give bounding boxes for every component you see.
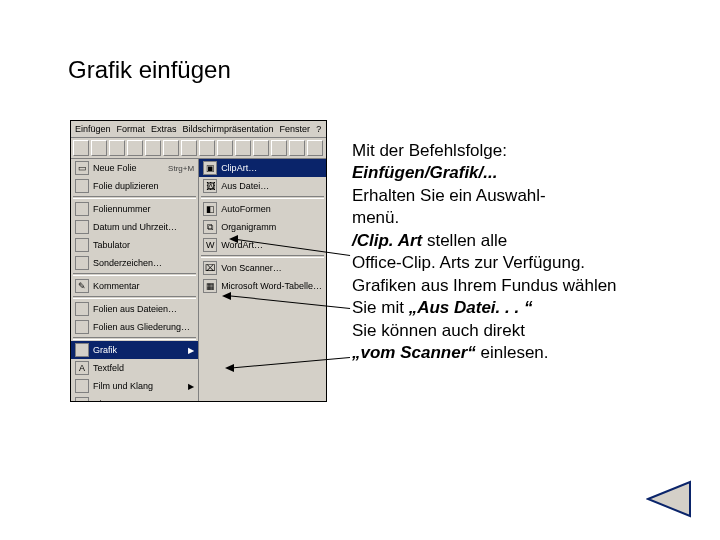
blank-icon (75, 238, 89, 252)
menubar-item: ? (316, 124, 321, 134)
arrow-left-icon (646, 480, 692, 518)
menu-item-from-files: Folien aus Dateien… (71, 300, 198, 318)
screenshot-toolbar (71, 138, 326, 159)
toolbar-button (91, 140, 107, 156)
blank-icon (75, 379, 89, 393)
arrow-left-icon (229, 235, 238, 243)
menubar-item: Fenster (280, 124, 311, 134)
body-line: /Clip. Art stellen alle (352, 230, 702, 252)
wordart-icon: W (203, 238, 217, 252)
body-line: menü. (352, 207, 702, 229)
fromfile-icon: 🖼 (203, 179, 217, 193)
toolbar-button (109, 140, 125, 156)
body-line: Mit der Befehlsfolge: (352, 140, 702, 162)
body-line: „vom Scanner“ einlesen. (352, 342, 702, 364)
blank-icon (75, 202, 89, 216)
clipart-icon: ▣ (203, 161, 217, 175)
toolbar-button (127, 140, 143, 156)
body-text: Mit der Befehlsfolge: Einfügen/Grafik/..… (352, 140, 702, 364)
toolbar-button (145, 140, 161, 156)
chart-icon: ▥ (75, 397, 89, 402)
toolbar-button (235, 140, 251, 156)
body-line: Sie mit „Aus Datei. . . “ (352, 297, 702, 319)
menubar-item: Bildschirmpräsentation (183, 124, 274, 134)
toolbar-button (271, 140, 287, 156)
arrow-right-icon: ▶ (188, 382, 194, 391)
screenshot: Einfügen Format Extras Bildschirmpräsent… (70, 120, 327, 402)
submenu-wordtable: ▦Microsoft Word-Tabelle… (199, 277, 326, 295)
blank-icon (75, 320, 89, 334)
body-line: Erhalten Sie ein Auswahl- (352, 185, 702, 207)
menubar-item: Extras (151, 124, 177, 134)
toolbar-button (181, 140, 197, 156)
toolbar-button (253, 140, 269, 156)
menu-item-movie: Film und Klang▶ (71, 377, 198, 395)
arrow-left-icon (225, 364, 234, 372)
screenshot-menubar: Einfügen Format Extras Bildschirmpräsent… (71, 121, 326, 138)
autoshapes-icon: ◧ (203, 202, 217, 216)
new-slide-icon: ▭ (75, 161, 89, 175)
toolbar-button (217, 140, 233, 156)
comment-icon: ✎ (75, 279, 89, 293)
menu-item-datetime: Datum und Uhrzeit… (71, 218, 198, 236)
menu-item-chart: ▥Diagramm… (71, 395, 198, 402)
blank-icon (75, 343, 89, 357)
menu-item-new-slide: ▭Neue FolieStrg+M (71, 159, 198, 177)
submenu-fromfile: 🖼Aus Datei… (199, 177, 326, 195)
toolbar-button (289, 140, 305, 156)
menu-item-special: Sonderzeichen… (71, 254, 198, 272)
toolbar-button (307, 140, 323, 156)
arrow-left-icon (222, 292, 231, 300)
toolbar-button (163, 140, 179, 156)
svg-marker-0 (648, 482, 690, 516)
blank-icon (75, 256, 89, 270)
page-title: Grafik einfügen (68, 56, 231, 84)
wordtable-icon: ▦ (203, 279, 217, 293)
insert-menu: ▭Neue FolieStrg+M Folie duplizieren Foli… (71, 159, 199, 402)
menu-item-dup-slide: Folie duplizieren (71, 177, 198, 195)
menu-item-comment: ✎Kommentar (71, 277, 198, 295)
menubar-item: Format (117, 124, 146, 134)
submenu-autoshapes: ◧AutoFormen (199, 200, 326, 218)
blank-icon (75, 179, 89, 193)
submenu-scanner: ⌧Von Scanner… (199, 259, 326, 277)
body-line: Office-Clip. Arts zur Verfügung. (352, 252, 702, 274)
blank-icon (75, 302, 89, 316)
submenu-orgchart: ⧉Organigramm (199, 218, 326, 236)
body-line: Einfügen/Grafik/... (352, 162, 702, 184)
submenu-clipart: ▣ClipArt… (199, 159, 326, 177)
body-line: Sie können auch direkt (352, 320, 702, 342)
menu-item-textbox: ATextfeld (71, 359, 198, 377)
toolbar-button (199, 140, 215, 156)
menu-item-slide-no: Foliennummer (71, 200, 198, 218)
menubar-item: Einfügen (75, 124, 111, 134)
orgchart-icon: ⧉ (203, 220, 217, 234)
textbox-icon: A (75, 361, 89, 375)
back-button[interactable] (646, 480, 692, 518)
submenu-wordart: WWordArt… (199, 236, 326, 254)
arrow-right-icon: ▶ (188, 346, 194, 355)
menu-item-from-outline: Folien aus Gliederung… (71, 318, 198, 336)
toolbar-button (73, 140, 89, 156)
menu-item-tabs: Tabulator (71, 236, 198, 254)
scanner-icon: ⌧ (203, 261, 217, 275)
body-line: Grafiken aus Ihrem Fundus wählen (352, 275, 702, 297)
blank-icon (75, 220, 89, 234)
menu-item-graphic: Grafik▶ (71, 341, 198, 359)
